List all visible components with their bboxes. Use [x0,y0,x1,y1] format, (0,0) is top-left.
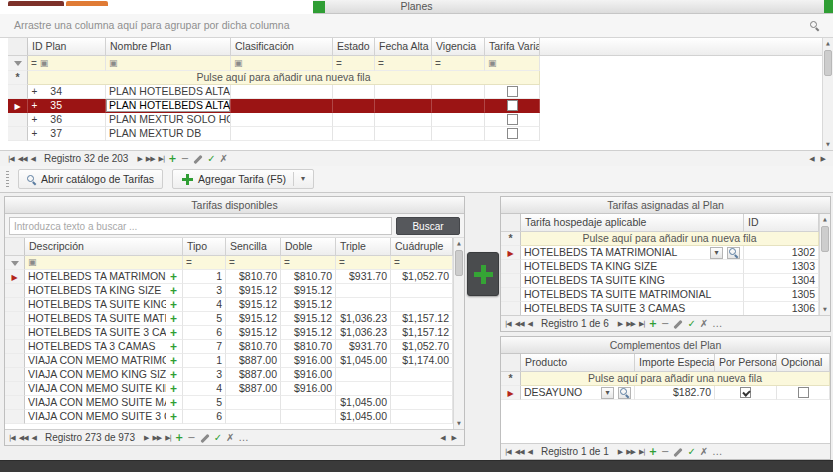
nav-prev-icon[interactable]: ◀ [528,448,532,456]
add-tarifa-icon[interactable]: + [170,313,177,325]
nav-first-icon[interactable]: |◀ [8,155,14,163]
asignadas-new-row[interactable]: * Pulse aquí para añadir una nueva fila [501,232,819,246]
hscroll-left-icon[interactable]: ◀ [809,155,813,163]
nav-prev-icon[interactable]: ◀ [528,320,532,328]
column-header-producto[interactable]: Producto [521,354,635,371]
column-header-estado[interactable]: Estado [333,38,375,55]
filter-descripcion[interactable]: ▣ [25,256,183,270]
tab-indicator-2[interactable] [66,1,108,6]
add-new-row-hint[interactable]: Pulse aquí para añadir una nueva fila [521,372,830,386]
filter-type-icon[interactable]: ▣ [234,59,243,68]
planes-vertical-scrollbar[interactable]: ▲ ▼ [822,38,833,150]
nav-next-page-icon[interactable]: ▶▶ [626,448,635,456]
tarifa-row[interactable]: VIAJA CON MEMO MATRIMONIAL+1$887.00$916.… [5,354,453,368]
asignadas-vertical-scrollbar[interactable]: ▲ ▼ [819,214,830,315]
tab-indicator-1[interactable] [8,1,64,6]
scrollbar-thumb[interactable] [824,50,832,76]
dropdown-icon[interactable]: ▾ [301,175,305,183]
filter-type-icon[interactable]: ▣ [109,59,118,68]
column-header-triple[interactable]: Triple [336,238,391,255]
column-header-clasificacion[interactable]: Clasificación [231,38,333,55]
plan-row[interactable]: +37PLAN MEXTUR DB [8,127,822,141]
nav-last-icon[interactable]: ▶| [159,155,165,163]
nav-cancel-icon[interactable]: ✗ [220,153,228,164]
nav-cancel-icon[interactable]: ✗ [226,432,234,443]
buscar-button[interactable]: Buscar [396,217,460,235]
nav-endedit-icon[interactable]: ✓ [214,432,222,443]
toolbar-drag-handle[interactable] [6,171,9,187]
nav-delete-icon[interactable]: − [661,318,669,329]
filter-estado[interactable]: = [333,56,375,71]
tarifa-row[interactable]: ▶HOTELBEDS TA MATRIMONIAL+1$810.70$810.7… [5,270,453,284]
tarifa-asignada-row[interactable]: HOTELBEDS TA SUITE KING1304 [501,274,819,288]
tarifa-asignada-row[interactable]: ▶HOTELBEDS TA MATRIMONIAL▾1302 [501,246,819,260]
column-header-tarifa-aplicable[interactable]: Tarifa hospedaje aplicable [521,214,744,231]
filter-tarifa-variable[interactable]: ▣ [485,56,540,71]
nav-last-icon[interactable]: ▶| [639,448,645,456]
nav-delete-icon[interactable]: − [187,432,195,443]
plan-row[interactable]: +34PLAN HOTELBEDS ALTA DA [8,85,822,99]
lookup-button[interactable] [618,387,631,399]
expand-row-icon[interactable]: + [30,99,39,112]
filter-cuadruple[interactable]: = [391,256,453,270]
hscroll-right-icon[interactable]: ▶ [821,155,825,163]
nav-prev-icon[interactable]: ◀ [31,155,35,163]
complemento-row[interactable]: ▶DESAYUNO▾$182.70 [501,386,830,400]
tarifa-variable-checkbox[interactable] [507,128,518,139]
planes-new-row[interactable]: * Pulse aquí para añadir una nueva fila [8,71,822,85]
scroll-down-icon[interactable]: ▼ [820,304,830,315]
column-header-sencilla[interactable]: Sencilla [226,238,281,255]
lookup-button[interactable] [727,247,740,259]
expand-row-icon[interactable]: + [30,127,39,140]
scrollbar-track[interactable] [820,225,830,304]
nav-first-icon[interactable]: |◀ [9,434,15,442]
nav-next-page-icon[interactable]: ▶▶ [146,155,155,163]
filter-tipo[interactable]: = [183,256,226,270]
plan-row[interactable]: ▶+35PLAN HOTELBEDS ALTA DB [8,99,822,113]
tarifa-row[interactable]: VIAJA CON MEMO SUITE MATRIMONIAL+5$1,045… [5,396,453,410]
search-input[interactable] [9,217,392,235]
nav-next-icon[interactable]: ▶ [137,155,141,163]
nav-first-icon[interactable]: |◀ [505,320,511,328]
add-tarifa-icon[interactable]: + [170,285,177,297]
filter-nombre-plan[interactable]: ▣ [106,56,231,71]
por-persona-checkbox[interactable] [740,387,751,398]
filter-clasificacion[interactable]: ▣ [231,56,333,71]
column-header-id[interactable]: ID [744,214,819,231]
add-new-row-hint[interactable]: Pulse aquí para añadir una nueva fila [28,71,540,85]
scroll-up-icon[interactable]: ▲ [820,214,830,225]
tarifa-row[interactable]: VIAJA CON MEMO KING SIZE+3$887.00$916.00 [5,368,453,382]
add-tarifa-icon[interactable]: + [170,383,177,395]
filter-triple[interactable]: = [336,256,391,270]
nav-next-page-icon[interactable]: ▶▶ [626,320,635,328]
nav-cancel-icon[interactable]: ✗ [700,318,708,329]
scroll-up-icon[interactable]: ▲ [454,238,464,249]
add-tarifa-icon[interactable]: + [170,299,177,311]
scroll-down-icon[interactable]: ▼ [823,139,833,150]
tarifa-row[interactable]: HOTELBEDS TA SUITE MATRIMONIAL+5$915.12$… [5,312,453,326]
nav-prev-icon[interactable]: ◀ [32,434,36,442]
plan-row[interactable]: +36PLAN MEXTUR SOLO HOSPEDAJE [8,113,822,127]
nav-more-icon[interactable]: … [712,446,722,457]
group-by-panel[interactable]: Arrastre una columna aquí para agrupar p… [0,14,833,38]
nav-prev-page-icon[interactable]: ◀◀ [515,320,524,328]
tarifa-row[interactable]: HOTELBEDS TA SUITE KING+4$915.12$915.12 [5,298,453,312]
dropdown-button[interactable]: ▾ [710,247,723,259]
filter-type-icon[interactable]: ▣ [40,59,49,68]
nav-endedit-icon[interactable]: ✓ [207,153,215,164]
column-header-tarifa-variable[interactable]: Tarifa Varia... [485,38,540,55]
filter-type-icon[interactable]: ▣ [28,258,37,267]
scroll-down-icon[interactable]: ▼ [454,418,464,429]
expand-row-icon[interactable]: + [30,85,39,98]
scrollbar-thumb[interactable] [455,250,463,276]
scrollbar-track[interactable] [454,249,464,418]
expand-row-icon[interactable]: + [30,113,39,126]
nav-cancel-icon[interactable]: ✗ [700,446,708,457]
add-tarifa-icon[interactable]: + [170,369,177,381]
nav-endedit-icon[interactable]: ✓ [687,318,695,329]
column-header-opcional[interactable]: Opcional [777,354,830,371]
filter-sencilla[interactable]: = [226,256,281,270]
nav-next-icon[interactable]: ▶ [144,434,148,442]
edit-icon[interactable] [673,319,683,329]
column-header-id-plan[interactable]: ID Plan [28,38,106,55]
